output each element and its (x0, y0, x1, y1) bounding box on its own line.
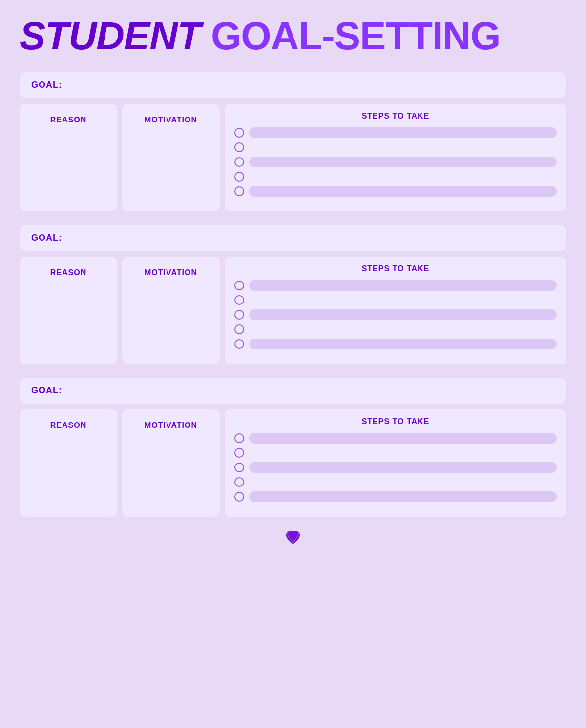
goal-content-1: REASON MOTIVATION STEPS TO TAKE (20, 104, 566, 211)
goal-label-row-2: GOAL: (20, 225, 566, 251)
step-circle (234, 128, 244, 138)
step-circle (234, 433, 244, 443)
motivation-box-3: MOTIVATION (122, 409, 220, 517)
steps-list-3 (234, 433, 557, 502)
step-circle (234, 463, 244, 472)
reason-box-3: REASON (20, 409, 117, 517)
step-line (249, 142, 557, 153)
step-line (249, 280, 557, 291)
step-line (249, 157, 557, 167)
steps-list-1 (234, 127, 557, 197)
step-item (234, 280, 557, 291)
step-item (234, 157, 557, 167)
step-line (249, 309, 557, 320)
step-line (249, 127, 557, 138)
step-circle (234, 310, 244, 320)
footer-logo (20, 530, 566, 545)
step-item (234, 491, 557, 502)
step-item (234, 477, 557, 487)
step-line (249, 295, 557, 305)
goal-section-2: GOAL: REASON MOTIVATION STEPS TO TAKE (20, 225, 566, 364)
step-item (234, 186, 557, 197)
steps-box-1: STEPS TO TAKE (225, 104, 566, 211)
reason-label-1: REASON (50, 112, 86, 124)
step-item (234, 324, 557, 335)
step-circle (234, 477, 244, 487)
goals-container: GOAL: REASON MOTIVATION STEPS TO TAKE (20, 72, 566, 517)
step-item (234, 171, 557, 182)
step-circle (234, 448, 244, 458)
step-circle (234, 281, 244, 290)
page-title: STUDENT GOAL-SETTING (20, 15, 566, 58)
steps-label-3: STEPS TO TAKE (234, 417, 557, 426)
step-item (234, 127, 557, 138)
step-line (249, 433, 557, 444)
step-line (249, 186, 557, 197)
step-line (249, 339, 557, 349)
step-line (249, 447, 557, 458)
step-circle (234, 172, 244, 182)
step-item (234, 447, 557, 458)
step-circle (234, 492, 244, 502)
step-item (234, 339, 557, 349)
step-line (249, 324, 557, 335)
goal-label-row-1: GOAL: (20, 72, 566, 98)
reason-label-3: REASON (50, 417, 86, 430)
step-circle (234, 142, 244, 152)
step-item (234, 433, 557, 444)
motivation-label-3: MOTIVATION (145, 417, 197, 430)
step-line (249, 491, 557, 502)
step-circle (234, 339, 244, 349)
step-circle (234, 295, 244, 305)
step-circle (234, 157, 244, 167)
goal-label-3: GOAL: (31, 385, 62, 395)
goal-content-3: REASON MOTIVATION STEPS TO TAKE (20, 409, 566, 517)
motivation-label-1: MOTIVATION (145, 112, 197, 124)
goal-section-3: GOAL: REASON MOTIVATION STEPS TO TAKE (20, 378, 566, 517)
step-item (234, 295, 557, 305)
goal-section-1: GOAL: REASON MOTIVATION STEPS TO TAKE (20, 72, 566, 211)
step-line (249, 477, 557, 487)
leaf-icon (283, 530, 303, 545)
reason-box-1: REASON (20, 104, 117, 211)
steps-box-2: STEPS TO TAKE (225, 257, 566, 364)
reason-box-2: REASON (20, 257, 117, 364)
goal-label-2: GOAL: (31, 233, 62, 243)
goal-label-1: GOAL: (31, 80, 62, 90)
step-line (249, 462, 557, 473)
steps-box-3: STEPS TO TAKE (225, 409, 566, 517)
steps-label-1: STEPS TO TAKE (234, 112, 557, 121)
steps-list-2 (234, 280, 557, 349)
goal-label-row-3: GOAL: (20, 378, 566, 404)
motivation-label-2: MOTIVATION (145, 264, 197, 277)
steps-label-2: STEPS TO TAKE (234, 264, 557, 273)
step-line (249, 171, 557, 182)
step-circle (234, 186, 244, 196)
step-item (234, 462, 557, 473)
step-item (234, 142, 557, 153)
step-circle (234, 324, 244, 334)
motivation-box-1: MOTIVATION (122, 104, 220, 211)
step-item (234, 309, 557, 320)
motivation-box-2: MOTIVATION (122, 257, 220, 364)
goal-content-2: REASON MOTIVATION STEPS TO TAKE (20, 257, 566, 364)
title-student: STUDENT (20, 14, 201, 58)
reason-label-2: REASON (50, 264, 86, 277)
title-goal-setting: GOAL-SETTING (211, 14, 500, 58)
